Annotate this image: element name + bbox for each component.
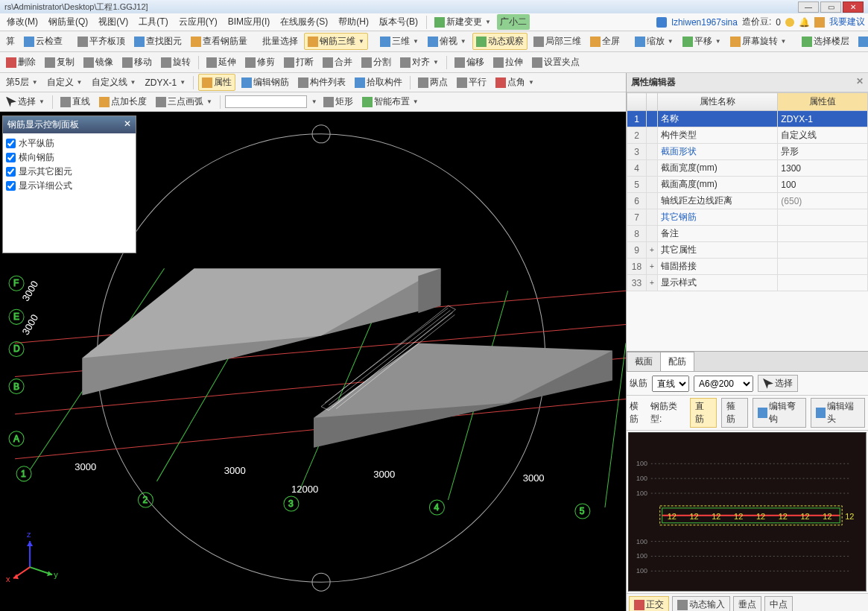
batch-select-button[interactable]: 批量选择 <box>259 34 301 49</box>
dynamic-view-button[interactable]: 动态观察 <box>472 33 528 50</box>
edit-end-button[interactable]: 编辑端头 <box>811 398 865 428</box>
floor-select[interactable]: 第5层▼ <box>3 75 41 90</box>
prop-row[interactable]: 6轴线距左边线距离(650) <box>627 193 868 209</box>
check-formula[interactable]: 显示详细公式 <box>6 179 133 193</box>
minimize-button[interactable]: — <box>798 1 819 13</box>
bell-icon[interactable]: 🔔 <box>799 17 810 28</box>
calc-button[interactable]: 算 <box>3 34 18 49</box>
3d-button[interactable]: 三维▼ <box>377 34 422 49</box>
prop-row[interactable]: 9+其它属性 <box>627 242 868 259</box>
prop-row[interactable]: 2构件类型自定义线 <box>627 127 868 144</box>
prop-row[interactable]: 1名称ZDYX-1 <box>627 111 868 127</box>
rebar-3d-button[interactable]: 钢筋三维▼ <box>304 33 368 50</box>
maximize-button[interactable]: ▭ <box>820 1 841 13</box>
username[interactable]: lzhiwen1967sina <box>671 17 738 28</box>
coin-icon[interactable] <box>785 18 794 27</box>
sec-perp-button[interactable]: 垂点 <box>733 596 761 611</box>
float-panel-close-icon[interactable]: ✕ <box>124 118 131 131</box>
menu-bim[interactable]: BIM应用(I) <box>224 14 274 30</box>
menu-cloud[interactable]: 云应用(Y) <box>175 14 221 30</box>
property-button[interactable]: 属性 <box>198 74 235 91</box>
arc-button[interactable]: 三点画弧▼ <box>153 94 215 110</box>
section-canvas[interactable]: 121212 121212 121212 100100100 100100100 <box>628 432 867 592</box>
rotate-button[interactable]: 旋转 <box>158 54 194 70</box>
line-tool-button[interactable]: 线 <box>855 34 868 49</box>
type-select[interactable]: 自定义线▼ <box>89 75 139 90</box>
component-select[interactable]: ZDYX-1▼ <box>142 76 189 89</box>
category-select[interactable]: 自定义▼ <box>44 75 86 90</box>
select-button[interactable]: 选择▼ <box>3 94 48 110</box>
straight-button[interactable]: 直筋 <box>690 398 717 428</box>
smart-layout-button[interactable]: 智能布置▼ <box>359 94 422 110</box>
spec-select[interactable]: A6@200 <box>694 376 753 392</box>
sec-ortho-button[interactable]: 正交 <box>629 596 669 611</box>
split-button[interactable]: 分割 <box>358 54 394 70</box>
top-view-button[interactable]: 俯视▼ <box>425 34 469 49</box>
point-length-button[interactable]: 点加长度 <box>96 94 150 110</box>
prop-row[interactable]: 3截面形状异形 <box>627 144 868 160</box>
stirrup-button[interactable]: 箍筋 <box>721 398 748 428</box>
new-change-button[interactable]: 新建变更▼ <box>431 14 494 30</box>
check-tbar[interactable]: 横向钢筋 <box>6 151 133 165</box>
fullscreen-button[interactable]: 全屏 <box>587 34 623 49</box>
section-select-button[interactable]: 选择 <box>758 375 798 392</box>
align-button[interactable]: 对齐▼ <box>397 54 442 70</box>
view-rebar-button[interactable]: 查看钢筋量 <box>188 34 250 49</box>
menu-view[interactable]: 视图(V) <box>95 14 132 30</box>
copy-button[interactable]: 复制 <box>42 54 77 70</box>
line-button[interactable]: 直线 <box>57 94 93 110</box>
point-angle-button[interactable]: 点角▼ <box>492 75 537 90</box>
rebar-display-panel[interactable]: 钢筋显示控制面板 ✕ 水平纵筋 横向钢筋 显示其它图元 显示详细公式 <box>2 115 136 253</box>
prop-row[interactable]: 4截面宽度(mm)1300 <box>627 160 868 177</box>
extend-button[interactable]: 延伸 <box>203 54 239 70</box>
menu-version[interactable]: 版本号(B) <box>376 14 422 30</box>
component-list-button[interactable]: 构件列表 <box>295 75 349 90</box>
edit-hook-button[interactable]: 编辑弯钩 <box>753 398 807 428</box>
prop-row[interactable]: 5截面高度(mm)100 <box>627 177 868 193</box>
sec-dyn-button[interactable]: 动态输入 <box>672 596 730 611</box>
screen-rotate-button[interactable]: 屏幕旋转▼ <box>727 34 790 49</box>
prop-row[interactable]: 8备注 <box>627 226 868 242</box>
menu-help[interactable]: 帮助(H) <box>335 14 373 30</box>
prop-row[interactable]: 33+显示样式 <box>627 275 868 291</box>
flat-top-button[interactable]: 平齐板顶 <box>75 34 128 49</box>
move-button[interactable]: 移动 <box>119 54 155 70</box>
suggest-link[interactable]: 我要建议 <box>829 16 865 28</box>
cloud-check-button[interactable]: 云检查 <box>21 34 66 49</box>
grip-button[interactable]: 设置夹点 <box>529 54 583 70</box>
tab-rebar[interactable]: 配筋 <box>660 352 694 371</box>
rect-button[interactable]: 矩形 <box>320 94 356 110</box>
prop-row[interactable]: 7其它钢筋 <box>627 209 868 226</box>
select-floor-button[interactable]: 选择楼层 <box>799 34 852 49</box>
pan-button[interactable]: 平移▼ <box>679 34 724 49</box>
find-element-button[interactable]: 查找图元 <box>131 34 185 49</box>
stretch-button[interactable]: 拉伸 <box>490 54 526 70</box>
3d-viewport[interactable]: A B D E F 1 2 3 4 5 3000 3000 3000 3000 <box>0 112 626 611</box>
mirror-button[interactable]: 镜像 <box>80 54 116 70</box>
prop-row[interactable]: 18+锚固搭接 <box>627 259 868 275</box>
line-type-select[interactable]: 直线 <box>652 376 689 392</box>
prop-editor-close-icon[interactable]: ✕ <box>856 76 864 89</box>
guangxiaoer-button[interactable]: 广小二 <box>497 14 530 30</box>
menu-rebar[interactable]: 钢筋量(Q) <box>45 14 92 30</box>
pick-component-button[interactable]: 拾取构件 <box>352 75 405 90</box>
empty-combo[interactable] <box>225 95 307 108</box>
local-3d-button[interactable]: 局部三维 <box>530 34 584 49</box>
close-button[interactable]: ✕ <box>843 1 864 13</box>
sec-mid-button[interactable]: 中点 <box>764 596 793 611</box>
edit-rebar-button[interactable]: 编辑钢筋 <box>238 75 292 90</box>
delete-button[interactable]: 删除 <box>3 54 39 70</box>
menu-online[interactable]: 在线服务(S) <box>276 14 332 30</box>
parallel-button[interactable]: 平行 <box>454 75 490 90</box>
menu-tool[interactable]: 工具(T) <box>135 14 171 30</box>
tab-section[interactable]: 截面 <box>627 352 661 371</box>
break-button[interactable]: 打断 <box>281 54 317 70</box>
menu-modify[interactable]: 修改(M) <box>3 14 42 30</box>
check-hbar[interactable]: 水平纵筋 <box>6 136 133 151</box>
offset-button[interactable]: 偏移 <box>452 54 487 70</box>
check-other[interactable]: 显示其它图元 <box>6 165 133 179</box>
trim-button[interactable]: 修剪 <box>242 54 278 70</box>
merge-button[interactable]: 合并 <box>320 54 355 70</box>
two-point-button[interactable]: 两点 <box>415 75 451 90</box>
zoom-button[interactable]: 缩放▼ <box>632 34 677 49</box>
